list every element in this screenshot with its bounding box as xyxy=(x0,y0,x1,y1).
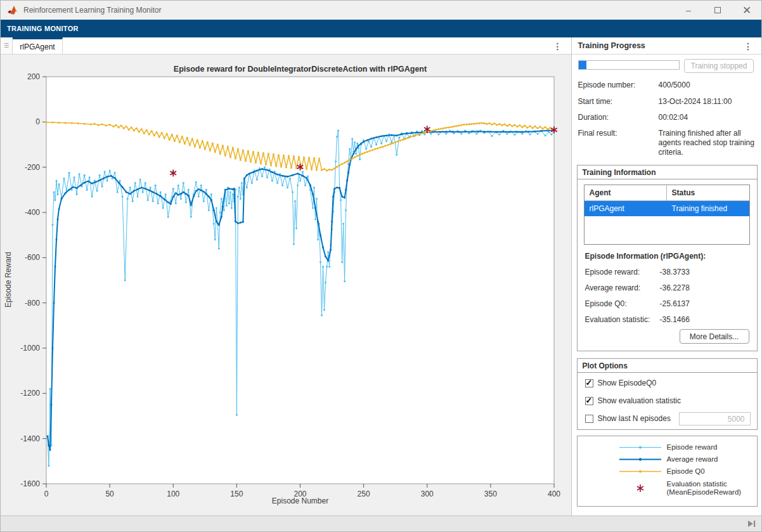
final-result-value: Training finished after all agents reach… xyxy=(659,129,759,157)
svg-text:-800: -800 xyxy=(25,299,40,308)
checkmark-icon: ✓ xyxy=(586,396,593,405)
training-progress-body: Training stopped Episode number: 400/500… xyxy=(572,55,762,516)
svg-text:-200: -200 xyxy=(25,163,40,172)
start-time-value: 13-Oct-2024 18:11:00 xyxy=(659,97,759,107)
evaluation-statistic-asterisk-icon xyxy=(617,483,664,493)
title-bar: Reinforcement Learning Training Monitor … xyxy=(1,1,761,20)
duration-value: 00:02:04 xyxy=(659,113,759,122)
checkmark-icon: ✓ xyxy=(586,378,593,387)
training-progress-bar xyxy=(578,60,680,70)
legend-panel: Episode reward Average reward Episode Q0 xyxy=(577,436,758,507)
tab-options-kebab-icon[interactable]: ⋮ xyxy=(553,37,562,55)
plot-options-title: Plot Options xyxy=(578,359,757,373)
reward-chart: 0501001502002503003504002000-200-400-600… xyxy=(1,55,572,517)
agent-column-header: Agent xyxy=(584,185,667,200)
more-details-button[interactable]: More Details... xyxy=(680,329,749,344)
checkbox-box: ✓ xyxy=(585,379,593,387)
document-tab-bar: ☰ rlPGAgent ⋮ xyxy=(1,37,571,55)
training-plot-area: Episode reward for DoubleIntegratorDiscr… xyxy=(1,55,571,516)
plot-options-panel: Plot Options ✓ Show EpisodeQ0 ✓ Show eva… xyxy=(577,358,758,430)
evaluation-statistic-label: Evaluation statistic: xyxy=(585,315,650,324)
training-stopped-button[interactable]: Training stopped xyxy=(684,59,754,73)
status-column-header: Status xyxy=(667,185,749,200)
episode-reward-value: -38.3733 xyxy=(660,268,690,276)
legend-item-average-reward: Average reward xyxy=(578,455,718,464)
episode-q0-label: Episode Q0: xyxy=(585,299,627,308)
maximize-icon xyxy=(714,7,721,13)
episode-q0-value: -25.6137 xyxy=(660,299,690,308)
legend-label: Episode reward xyxy=(667,443,718,451)
training-progress-header: Training Progress ⋮ xyxy=(572,37,762,55)
panel-options-kebab-icon[interactable]: ⋮ xyxy=(744,37,752,55)
close-button[interactable]: ✕ xyxy=(732,1,761,20)
expand-panel-icon[interactable] xyxy=(747,519,756,528)
checkbox-label: Show EpisodeQ0 xyxy=(598,379,657,387)
average-reward-line-icon xyxy=(617,457,664,462)
show-last-n-episodes-checkbox[interactable]: ✓ Show last N episodes xyxy=(585,414,671,423)
status-cell: Training finished xyxy=(667,201,749,216)
show-episodeq0-checkbox[interactable]: ✓ Show EpisodeQ0 xyxy=(585,379,657,387)
legend-item-episode-reward: Episode reward xyxy=(578,443,718,451)
tab-bar-grip-handle[interactable]: ☰ xyxy=(1,37,13,54)
legend-label: Average reward xyxy=(667,455,718,464)
show-evaluation-statistic-checkbox[interactable]: ✓ Show evaluation statistic xyxy=(585,396,681,405)
legend-label: Episode Q0 xyxy=(667,467,705,476)
last-n-episodes-input[interactable] xyxy=(679,412,751,425)
checkbox-box: ✓ xyxy=(585,415,593,423)
checkbox-box: ✓ xyxy=(585,397,593,405)
agent-table-row[interactable]: rlPGAgent Training finished xyxy=(584,201,749,216)
training-information-panel: Training Information Agent Status rlPGAg… xyxy=(577,165,758,351)
agent-table-header-row: Agent Status xyxy=(584,185,749,201)
svg-text:-1400: -1400 xyxy=(20,434,40,443)
checkbox-label: Show last N episodes xyxy=(598,414,671,423)
svg-text:-1600: -1600 xyxy=(20,479,40,488)
final-result-label: Final result: xyxy=(578,129,617,138)
window-title: Reinforcement Learning Training Monitor xyxy=(23,6,674,15)
start-time-label: Start time: xyxy=(578,97,613,106)
tab-rlpgagent[interactable]: rlPGAgent xyxy=(13,37,63,54)
toolstrip: TRAINING MONITOR xyxy=(1,20,761,37)
checkbox-label: Show evaluation statistic xyxy=(598,396,681,405)
plot-xlabel: Episode Number xyxy=(46,496,554,505)
training-progress-fill xyxy=(579,61,587,69)
average-reward-label: Average reward: xyxy=(585,283,641,292)
bottom-status-strip xyxy=(1,516,761,531)
legend-label: Evaluation statistic (MeanEpisodeReward) xyxy=(667,480,742,496)
episode-information-title: Episode Information (rlPGAgent): xyxy=(585,252,706,261)
minimize-button[interactable]: – xyxy=(674,1,703,20)
agent-cell: rlPGAgent xyxy=(584,201,667,216)
maximize-button[interactable] xyxy=(703,1,732,20)
training-progress-title: Training Progress xyxy=(572,41,645,50)
svg-text:-600: -600 xyxy=(25,253,40,262)
evaluation-statistic-value: -35.1466 xyxy=(660,315,690,324)
episode-reward-label: Episode reward: xyxy=(585,268,640,276)
svg-text:-1200: -1200 xyxy=(20,389,40,398)
agent-status-table: Agent Status rlPGAgent Training finished xyxy=(584,185,750,245)
svg-text:-400: -400 xyxy=(25,208,40,217)
svg-text:-1000: -1000 xyxy=(20,344,40,353)
legend-item-evaluation-statistic: Evaluation statistic (MeanEpisodeReward) xyxy=(578,480,742,496)
episode-q0-line-icon xyxy=(617,469,664,474)
matlab-logo-icon xyxy=(7,5,18,15)
legend-item-episode-q0: Episode Q0 xyxy=(578,467,705,476)
app-window: Reinforcement Learning Training Monitor … xyxy=(0,0,762,532)
svg-text:200: 200 xyxy=(27,72,40,81)
episode-number-label: Episode number: xyxy=(578,81,636,89)
training-information-title: Training Information xyxy=(578,165,757,179)
svg-text:0: 0 xyxy=(36,117,40,126)
episode-reward-line-icon xyxy=(617,444,664,450)
toolstrip-tab-training-monitor[interactable]: TRAINING MONITOR xyxy=(1,25,79,32)
average-reward-value: -36.2278 xyxy=(660,283,690,292)
duration-label: Duration: xyxy=(578,113,609,122)
episode-number-value: 400/5000 xyxy=(659,81,759,90)
tab-label: rlPGAgent xyxy=(20,42,55,51)
